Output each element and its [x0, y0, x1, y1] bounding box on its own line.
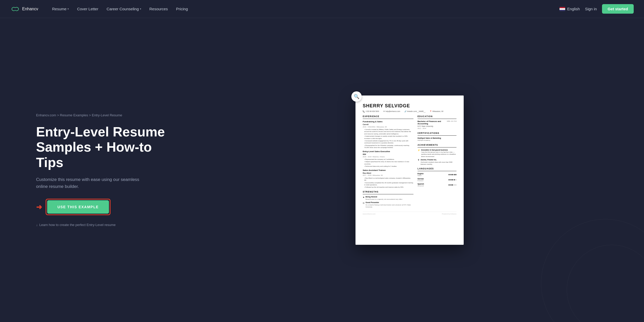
resume-body: EXPERIENCE Fundraising & Sales Carroll 2… [363, 115, 456, 209]
cta-container: ➜ USE THIS EXAMPLE [36, 200, 180, 214]
lang-level-1: Native [418, 175, 423, 177]
resume-name: SHERRY SELVIDGE [363, 103, 456, 109]
lang-name-2: German [418, 178, 424, 180]
logo-text: Enhancv [22, 7, 38, 11]
dot [448, 179, 450, 180]
lang-name-1: English [418, 172, 423, 175]
cert-issuer-1: HubSpot Academy [418, 139, 456, 141]
language-label: English [567, 7, 580, 11]
strength-title-2: Good Presenter [366, 201, 413, 204]
job-meta-3: 2017 – 2018 • Milwaukee, WI [363, 174, 413, 176]
breadcrumb: Enhancv.com > Resume Examples > Entry-Le… [36, 113, 180, 117]
logo[interactable]: Enhancv [10, 6, 38, 12]
navbar: Enhancv Resume ▾ Cover Letter Career Cou… [0, 0, 644, 18]
resume-footer-left: www.enhancv.com [363, 213, 376, 215]
dot [455, 179, 456, 180]
resume-linkedin: 🔗 linkedin.com/__NAME__ [404, 110, 426, 112]
sign-in-link[interactable]: Sign in [585, 7, 597, 11]
edu-school: NYC State University [418, 125, 456, 127]
job-bullet-2-1: Represented the company at 2 exhibitions… [364, 158, 413, 160]
flag-icon [560, 7, 565, 11]
dot [448, 184, 450, 186]
achievement-icon-2: 🎙 [418, 159, 420, 165]
resume-location: 📍 Milwaukee, WI [430, 110, 443, 112]
lang-dots-3 [448, 184, 456, 186]
dot [450, 179, 452, 180]
bg-decoration-2 [567, 245, 644, 322]
job-meta-2: 2018 – 2019 • Waterloo, Ontario [363, 156, 413, 158]
nav-resume[interactable]: Resume ▾ [48, 5, 72, 13]
dot [454, 179, 455, 180]
job-title-2: Entry-Level Sales Executive [363, 150, 413, 153]
nav-right: English Sign in Get started [560, 4, 634, 14]
job-company-1: Carroll [363, 123, 413, 126]
nav-pricing[interactable]: Pricing [172, 5, 191, 13]
arrow-down-icon: ↓ [36, 223, 38, 227]
job-bullet-1-3: Increased website engagement by 7% in on… [364, 140, 413, 144]
dot [455, 184, 456, 186]
achievement-title-2: Anchor, Fresher Inc. [421, 159, 437, 161]
dot [448, 174, 450, 175]
nav-career-counseling[interactable]: Career Counseling ▾ [103, 5, 145, 13]
resume-preview-container: 🔍 SHERRY SELVIDGE 📞 +333 88 838 5000 ✉ h… [355, 95, 464, 245]
dot [452, 184, 453, 186]
get-started-button[interactable]: Get started [602, 4, 634, 14]
strength-1: ★ Being Honest Being honest is a capacit… [363, 196, 413, 200]
chevron-down-icon-2: ▾ [140, 7, 141, 10]
certifications-section-title: CERTIFICATIONS [418, 132, 456, 136]
nav-cover-letter[interactable]: Cover Letter [73, 5, 102, 13]
page-title: Entry-Level Resume Samples + How-to Tips [36, 124, 180, 170]
strength-desc-1: Being honest is a capacity not encounter… [366, 198, 402, 200]
dot [452, 179, 453, 180]
strength-2: ◎ Good Presenter As a result of being a … [363, 201, 413, 208]
job-bullet-1-4: Photographed for the 42weeks campaign, c… [364, 144, 413, 149]
chevron-down-icon: ▾ [67, 7, 69, 10]
arrow-right-icon: ➜ [36, 203, 42, 211]
strength-desc-2: As a result of being a technical trainer… [366, 204, 413, 208]
main-content: Enhancv.com > Resume Examples > Entry-Le… [0, 18, 644, 322]
lang-english: English Native [418, 172, 456, 177]
resume-footer-right: Powered by Enhancv [442, 213, 456, 215]
strength-icon-2: ◎ [363, 202, 365, 204]
strength-icon-1: ★ [363, 196, 365, 199]
achievement-2: 🎙 Anchor, Fresher Inc. Anchored a studen… [418, 159, 456, 165]
lang-name-3: Spanish [418, 183, 424, 185]
use-example-button[interactable]: USE THIS EXAMPLE [47, 200, 109, 214]
right-panel: 🔍 SHERRY SELVIDGE 📞 +333 88 838 5000 ✉ h… [196, 95, 623, 245]
job-company-3: Rau-Ward [363, 172, 413, 175]
job-company-2: IBM [363, 153, 413, 156]
resume-card[interactable]: SHERRY SELVIDGE 📞 +333 88 838 5000 ✉ hel… [355, 95, 464, 245]
learn-link[interactable]: ↓ Learn how to create the perfect Entry-… [36, 223, 180, 227]
zoom-icon: 🔍 [354, 94, 359, 99]
nav-resources[interactable]: Resources [146, 5, 172, 13]
achievement-desc-1: I was the first person ever in my last f… [421, 151, 456, 157]
education-section-title: EDUCATION [418, 115, 456, 119]
job-bullet-3-2: Successfully completed the 18 months gra… [364, 182, 413, 186]
achievements-section-title: ACHIEVEMENTS [418, 144, 456, 147]
achievement-1: ⚡ Innovative in fast-paced business I wa… [418, 149, 456, 158]
resume-left-column: EXPERIENCE Fundraising & Sales Carroll 2… [363, 115, 413, 209]
achievement-title-1: Innovative in fast-paced business [421, 149, 448, 151]
left-panel: Enhancv.com > Resume Examples > Entry-Le… [36, 113, 180, 227]
dot [455, 174, 456, 175]
dot [452, 174, 453, 175]
lang-dots-1 [448, 174, 456, 175]
achievement-desc-2: Anchored a student show with more than 5… [421, 161, 453, 165]
cert-name-1: HubSpot Sales & Marketing [418, 137, 456, 140]
lang-level-2: Proficient [418, 180, 424, 182]
page-subtitle: Customize this resume with ease using ou… [36, 176, 144, 190]
job-title-1: Fundraising & Sales [363, 120, 413, 123]
job-meta-1: 2019 – ONGOING • Milwaukee, WI [363, 126, 413, 128]
job-bullet-3-1: Rau-Ward is a technological sales compan… [364, 177, 413, 181]
strengths-section-title: STRENGTHS [363, 190, 413, 194]
lang-german: German Proficient [418, 178, 456, 182]
language-selector[interactable]: English [560, 7, 580, 11]
resume-footer: www.enhancv.com Powered by Enhancv [363, 212, 456, 215]
lang-level-3: Advanced [418, 185, 424, 187]
resume-phone: 📞 +333 88 838 5000 [363, 110, 379, 112]
dot [450, 184, 452, 186]
zoom-button[interactable]: 🔍 [351, 91, 362, 102]
languages-section-title: LANGUAGES [418, 167, 456, 171]
experience-section-title: EXPERIENCE [363, 115, 413, 119]
job-bullet-3-3: Followed up the old inquiries and improv… [364, 186, 413, 188]
